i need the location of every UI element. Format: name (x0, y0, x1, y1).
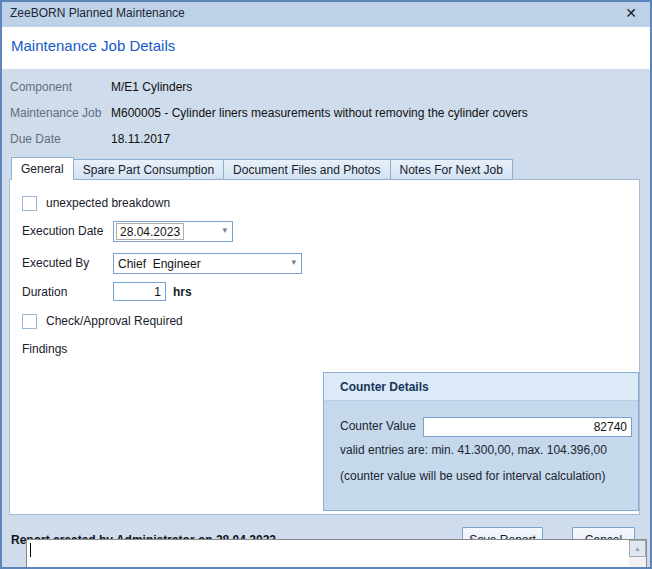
text-cursor (30, 543, 31, 557)
tab-spare-part-consumption[interactable]: Spare Part Consumption (74, 159, 223, 180)
unexpected-breakdown-checkbox[interactable] (22, 196, 37, 211)
check-approval-checkbox[interactable] (22, 314, 37, 329)
duration-input[interactable] (113, 282, 166, 301)
tab-notes-for-next-job[interactable]: Notes For Next Job (390, 159, 513, 180)
unexpected-breakdown-label[interactable]: unexpected breakdown (46, 196, 170, 212)
scroll-up-icon[interactable]: ▲ (629, 540, 646, 557)
info-row-due-date: Due Date 18.11.2017 (0, 132, 652, 148)
duration-unit-label: hrs (173, 285, 192, 301)
tab-panel-general: unexpected breakdown Execution Date 28.0… (9, 179, 640, 515)
counter-valid-entries-text: valid entries are: min. 41.300,00, max. … (340, 443, 607, 459)
findings-textarea[interactable] (27, 540, 629, 569)
tab-general[interactable]: General (11, 157, 74, 180)
check-approval-label[interactable]: Check/Approval Required (46, 314, 183, 330)
info-row-maintenance-job: Maintenance Job M600005 - Cylinder liner… (0, 106, 652, 122)
page-header: Maintenance Job Details (0, 27, 652, 69)
counter-details-panel: Counter Details Counter Value valid entr… (323, 372, 639, 511)
counter-usage-note: (counter value will be used for interval… (340, 469, 605, 485)
due-date-label: Due Date (10, 132, 61, 146)
page-title: Maintenance Job Details (11, 37, 175, 54)
tab-document-files-and-photos[interactable]: Document Files and Photos (223, 159, 389, 180)
findings-field: ▲ ▼ (26, 539, 647, 569)
vertical-scrollbar[interactable]: ▲ ▼ (629, 540, 646, 569)
component-label: Component (10, 80, 72, 94)
title-bar[interactable]: ZeeBORN Planned Maintenance ✕ (0, 0, 652, 27)
chevron-down-icon[interactable]: ▾ (222, 225, 227, 235)
job-info-section: Component M/E1 Cylinders Maintenance Job… (0, 69, 652, 157)
findings-label: Findings (22, 342, 67, 358)
tab-bar: General Spare Part Consumption Document … (11, 157, 513, 180)
window-title: ZeeBORN Planned Maintenance (10, 0, 185, 27)
maintenance-job-dialog: ZeeBORN Planned Maintenance ✕ Maintenanc… (0, 0, 652, 569)
counter-details-title: Counter Details (340, 373, 429, 401)
due-date-value: 18.11.2017 (111, 132, 170, 146)
counter-value-input[interactable] (423, 417, 632, 437)
maintenance-job-label: Maintenance Job (10, 106, 101, 120)
counter-value-label: Counter Value (340, 419, 416, 435)
execution-date-value[interactable]: 28.04.2023 (116, 223, 184, 240)
duration-label: Duration (22, 285, 67, 301)
executed-by-dropdown[interactable]: Chief Engineer ▾ (113, 253, 302, 274)
counter-details-header: Counter Details (324, 373, 638, 401)
chevron-down-icon[interactable]: ▾ (291, 257, 296, 267)
executed-by-value[interactable]: Chief Engineer (118, 256, 201, 272)
component-value: M/E1 Cylinders (111, 80, 192, 94)
maintenance-job-value: M600005 - Cylinder liners measurements w… (111, 106, 528, 120)
execution-date-label: Execution Date (22, 224, 103, 240)
info-row-component: Component M/E1 Cylinders (0, 80, 652, 96)
close-icon[interactable]: ✕ (625, 0, 637, 26)
executed-by-label: Executed By (22, 256, 89, 272)
execution-date-picker[interactable]: 28.04.2023 ▾ (113, 221, 233, 242)
